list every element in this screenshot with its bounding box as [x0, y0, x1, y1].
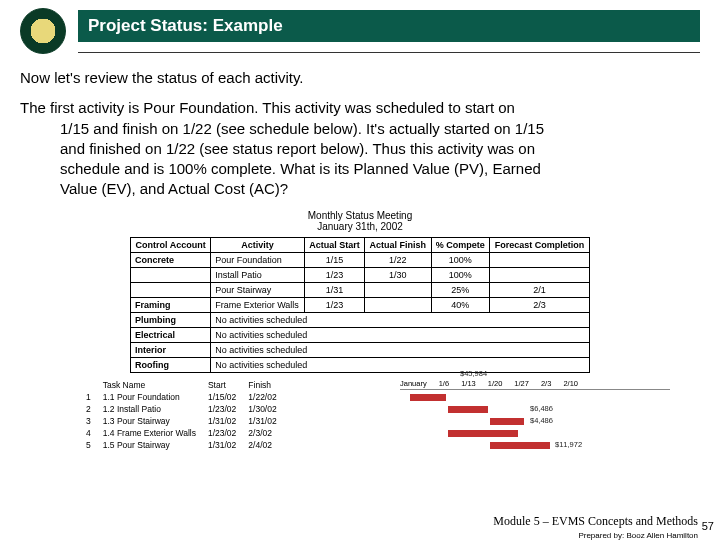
- gantt-bar: [490, 418, 524, 425]
- status-report: Monthly Status Meeting January 31th, 200…: [130, 210, 590, 373]
- header: Project Status: Example: [20, 8, 700, 54]
- gantt-bar: [410, 394, 446, 401]
- col-pct-complete: % Compete: [431, 237, 490, 252]
- status-title-l2: January 31th, 2002: [317, 221, 403, 232]
- status-table: Control Account Activity Actual Start Ac…: [130, 237, 590, 373]
- schedule-header: Task NameStartFinish: [80, 379, 283, 391]
- col-control-account: Control Account: [131, 237, 211, 252]
- status-title-l1: Monthly Status Meeting: [308, 210, 413, 221]
- col-activity: Activity: [211, 237, 305, 252]
- col-actual-start: Actual Start: [304, 237, 364, 252]
- table-row: InteriorNo activities scheduled: [131, 342, 590, 357]
- body-text: Now let's review the status of each acti…: [20, 68, 700, 200]
- table-row: 11.1 Pour Foundation1/15/021/22/02: [80, 391, 283, 403]
- gantt-value-top: $45,984: [460, 369, 487, 378]
- col-forecast: Forecast Completion: [490, 237, 590, 252]
- gantt-value: $4,486: [530, 416, 553, 425]
- gantt-bar: [490, 442, 550, 449]
- para-line-5: Value (EV), and Actual Cost (AC)?: [60, 180, 288, 197]
- table-row: ElectricalNo activities scheduled: [131, 327, 590, 342]
- table-row: 21.2 Install Patio1/23/021/30/02: [80, 403, 283, 415]
- prepared-by: Prepared by: Booz Allen Hamilton: [493, 531, 698, 540]
- table-row: RoofingNo activities scheduled: [131, 357, 590, 372]
- gantt-chart: January 1/6 1/13 1/20 1/27 2/3 2/10 $45,…: [400, 379, 670, 452]
- gantt-bar: [448, 406, 488, 413]
- table-row: 41.4 Frame Exterior Walls1/23/022/3/02: [80, 427, 283, 439]
- agency-seal-icon: [20, 8, 66, 54]
- table-row: ConcretePour Foundation1/151/22100%: [131, 252, 590, 267]
- schedule-table: Task NameStartFinish 11.1 Pour Foundatio…: [80, 379, 283, 451]
- schedule-block: Task NameStartFinish 11.1 Pour Foundatio…: [80, 379, 680, 451]
- intro-line: Now let's review the status of each acti…: [20, 68, 700, 88]
- gantt-bar: [448, 430, 518, 437]
- title-divider: [78, 52, 700, 53]
- paragraph-lead: The first activity is Pour Foundation. T…: [20, 98, 700, 199]
- table-row: Install Patio1/231/30100%: [131, 267, 590, 282]
- status-header-row: Control Account Activity Actual Start Ac…: [131, 237, 590, 252]
- slide-title: Project Status: Example: [78, 10, 700, 42]
- gantt-value: $6,486: [530, 404, 553, 413]
- footer: Module 5 – EVMS Concepts and Methods Pre…: [493, 514, 698, 540]
- page-number: 57: [702, 520, 714, 532]
- gantt-header: January 1/6 1/13 1/20 1/27 2/3 2/10: [400, 379, 670, 390]
- table-row: PlumbingNo activities scheduled: [131, 312, 590, 327]
- table-row: Pour Stairway1/3125%2/1: [131, 282, 590, 297]
- table-row: 51.5 Pour Stairway1/31/022/4/02: [80, 439, 283, 451]
- table-row: 31.3 Pour Stairway1/31/021/31/02: [80, 415, 283, 427]
- para-line-4: schedule and is 100% complete. What is i…: [60, 160, 541, 177]
- col-actual-finish: Actual Finish: [365, 237, 431, 252]
- para-line-2: 1/15 and finish on 1/22 (see schedule be…: [60, 120, 544, 137]
- status-report-title: Monthly Status Meeting January 31th, 200…: [130, 210, 590, 233]
- table-row: FramingFrame Exterior Walls1/2340%2/3: [131, 297, 590, 312]
- module-label: Module 5 – EVMS Concepts and Methods: [493, 514, 698, 529]
- gantt-value: $11,972: [555, 440, 582, 449]
- para-line-3: and finished on 1/22 (see status report …: [60, 140, 535, 157]
- para-lead-text: The first activity is Pour Foundation. T…: [20, 99, 515, 116]
